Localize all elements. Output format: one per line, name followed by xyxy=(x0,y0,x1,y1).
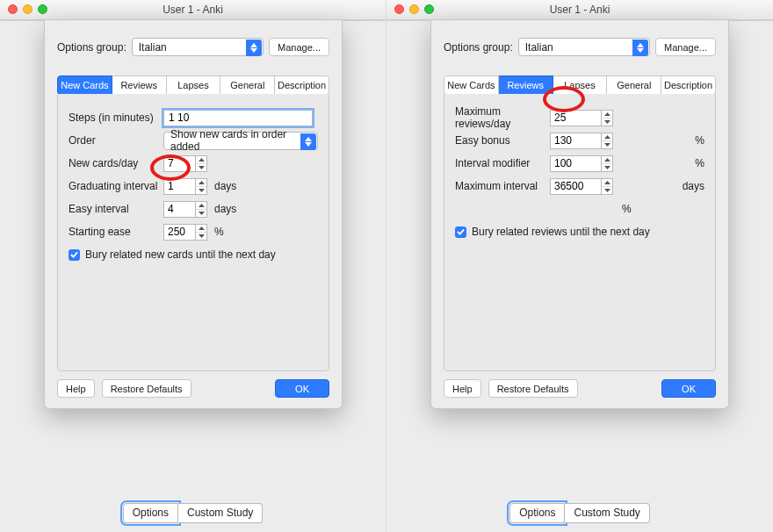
ok-button[interactable]: OK xyxy=(275,379,329,398)
easy-bonus-stepper[interactable] xyxy=(550,133,688,149)
tab-general[interactable]: General xyxy=(607,75,661,95)
percent-unit: % xyxy=(695,134,704,147)
new-cards-day-stepper[interactable] xyxy=(163,155,207,172)
graduating-interval-label: Graduating interval xyxy=(69,180,163,192)
ok-button[interactable]: OK xyxy=(661,379,716,398)
bury-reviews-label: Bury related reviews until the next day xyxy=(472,226,650,238)
tab-lapses[interactable]: Lapses xyxy=(553,75,608,95)
maximum-interval-stepper[interactable] xyxy=(550,178,675,195)
options-tabs: New Cards Reviews Lapses General Descrip… xyxy=(444,75,716,95)
chevron-updown-icon xyxy=(300,133,316,150)
options-group-value: Italian xyxy=(139,41,167,54)
days-unit: days xyxy=(683,180,704,192)
easy-interval-label: Easy interval xyxy=(69,203,163,215)
tab-description[interactable]: Description xyxy=(661,75,716,95)
options-group-label: Options group: xyxy=(57,41,126,54)
days-unit: days xyxy=(214,180,236,192)
maximum-interval-label: Maximum interval xyxy=(455,180,550,192)
options-group-label: Options group: xyxy=(444,41,513,54)
percent-unit: % xyxy=(695,157,704,169)
custom-study-button[interactable]: Custom Study xyxy=(565,503,649,523)
tab-new-cards[interactable]: New Cards xyxy=(57,75,112,95)
checkbox-checked-icon xyxy=(455,226,466,238)
starting-ease-stepper[interactable] xyxy=(163,224,207,241)
checkbox-checked-icon xyxy=(69,249,80,261)
max-reviews-stepper[interactable] xyxy=(550,110,699,126)
days-unit: days xyxy=(214,203,236,215)
order-label: Order xyxy=(69,134,163,147)
bury-reviews-checkbox[interactable]: Bury related reviews until the next day xyxy=(455,226,704,238)
easy-interval-stepper[interactable] xyxy=(163,201,207,218)
help-button[interactable]: Help xyxy=(444,379,481,398)
titlebar-left: User 1 - Anki xyxy=(0,0,386,20)
options-group-select[interactable]: Italian xyxy=(518,38,650,56)
order-select[interactable]: Show new cards in order added xyxy=(163,132,318,150)
max-reviews-label: Maximum reviews/day xyxy=(455,105,550,130)
options-sheet-left: Options group: Italian Manage... New xyxy=(44,20,343,409)
steps-input[interactable] xyxy=(163,110,313,126)
titlebar-right: User 1 - Anki xyxy=(386,0,773,20)
options-group-select[interactable]: Italian xyxy=(132,38,264,56)
new-cards-pane: Steps (in minutes) Order Show new cards … xyxy=(57,94,329,371)
percent-unit: % xyxy=(622,203,632,215)
tab-description[interactable]: Description xyxy=(275,75,329,95)
bury-new-checkbox[interactable]: Bury related new cards until the next da… xyxy=(69,248,318,261)
tab-new-cards[interactable]: New Cards xyxy=(444,75,499,95)
window-title: User 1 - Anki xyxy=(386,4,773,16)
tab-reviews[interactable]: Reviews xyxy=(499,75,553,95)
help-button[interactable]: Help xyxy=(57,379,95,398)
starting-ease-label: Starting ease xyxy=(69,226,163,238)
reviews-pane: Maximum reviews/day Easy bonus % Interva… xyxy=(444,94,716,371)
order-value: Show new cards in order added xyxy=(170,128,300,153)
options-button[interactable]: Options xyxy=(509,503,565,523)
options-button[interactable]: Options xyxy=(123,503,178,523)
tab-general[interactable]: General xyxy=(220,75,275,95)
bury-new-label: Bury related new cards until the next da… xyxy=(85,248,276,261)
manage-button[interactable]: Manage... xyxy=(269,38,329,56)
options-group-value: Italian xyxy=(525,41,553,54)
easy-bonus-label: Easy bonus xyxy=(455,134,550,147)
options-sheet-right: Options group: Italian Manage... New xyxy=(430,20,729,409)
percent-unit: % xyxy=(214,226,224,238)
graduating-interval-stepper[interactable] xyxy=(163,178,207,195)
tab-reviews[interactable]: Reviews xyxy=(112,75,167,95)
tab-lapses[interactable]: Lapses xyxy=(167,75,221,95)
restore-defaults-button[interactable]: Restore Defaults xyxy=(488,379,578,398)
chevron-updown-icon xyxy=(632,40,648,56)
restore-defaults-button[interactable]: Restore Defaults xyxy=(102,379,191,398)
custom-study-button[interactable]: Custom Study xyxy=(178,503,263,523)
manage-button[interactable]: Manage... xyxy=(655,38,716,56)
new-cards-day-label: New cards/day xyxy=(69,157,163,169)
interval-modifier-label: Interval modifier xyxy=(455,157,550,169)
window-title: User 1 - Anki xyxy=(0,4,386,16)
chevron-updown-icon xyxy=(246,40,262,56)
options-tabs: New Cards Reviews Lapses General Descrip… xyxy=(57,75,329,95)
interval-modifier-stepper[interactable] xyxy=(550,155,688,172)
steps-label: Steps (in minutes) xyxy=(69,111,163,124)
